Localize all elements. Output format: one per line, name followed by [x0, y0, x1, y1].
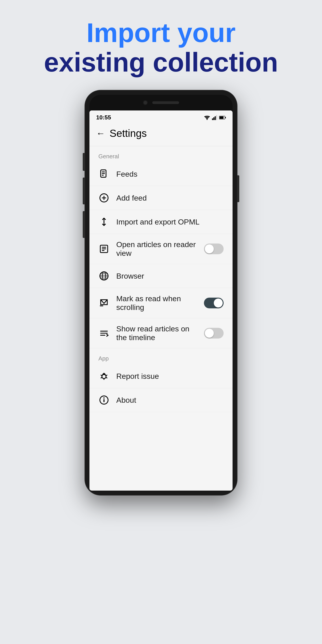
label-mark-read: Mark as read when scrolling	[116, 294, 197, 312]
svg-rect-3	[215, 116, 216, 120]
settings-item-feeds[interactable]: Feeds	[90, 162, 232, 186]
vol-down-button	[83, 178, 84, 204]
settings-item-report-issue[interactable]: Report issue	[90, 364, 232, 388]
settings-item-reader-view[interactable]: Open articles on reader view	[90, 234, 232, 264]
label-report-issue: Report issue	[116, 372, 224, 380]
settings-item-about[interactable]: About	[90, 388, 232, 412]
battery-icon	[219, 116, 226, 120]
settings-item-mark-read[interactable]: Mark as read when scrolling	[90, 288, 232, 318]
toggle-mark-read[interactable]	[204, 298, 224, 308]
signal-icon	[212, 115, 217, 120]
svg-point-0	[206, 119, 208, 120]
label-feeds: Feeds	[116, 170, 224, 178]
phone-notch	[90, 95, 232, 110]
svg-line-33	[100, 378, 102, 378]
settings-item-show-read[interactable]: Show read articles on the timeline	[90, 318, 232, 348]
hero-line2: existing collection	[44, 48, 278, 77]
svg-line-35	[106, 378, 107, 378]
toggle-show-read[interactable]	[204, 328, 224, 338]
section-label-general: General	[90, 146, 232, 162]
toggle-knob-mark-read	[214, 298, 223, 308]
back-button[interactable]: ←	[96, 129, 105, 138]
speaker-notch	[152, 101, 179, 104]
settings-list: General Feeds Add feed Import and export…	[90, 146, 232, 412]
svg-rect-7	[220, 116, 224, 119]
label-browser: Browser	[116, 272, 224, 280]
wifi-icon	[204, 115, 210, 120]
svg-rect-4	[216, 115, 217, 120]
hero-line1: Import your	[44, 18, 278, 48]
vol-up-button	[83, 153, 84, 171]
status-icons	[204, 115, 226, 120]
reader-icon	[98, 243, 110, 254]
camera-notch	[143, 100, 148, 105]
settings-title: Settings	[110, 127, 147, 139]
label-show-read: Show read articles on the timeline	[116, 324, 197, 342]
import-export-icon	[98, 216, 110, 228]
info-icon	[98, 394, 110, 406]
svg-line-32	[100, 375, 102, 376]
app-bar: ← Settings	[90, 123, 232, 146]
label-import-export: Import and export OPML	[116, 218, 224, 226]
power-button	[83, 211, 84, 238]
svg-point-30	[102, 374, 106, 378]
phone-mockup: 10:55	[85, 90, 237, 495]
svg-line-34	[106, 375, 107, 376]
label-reader-view: Open articles on reader view	[116, 240, 197, 258]
label-add-feed: Add feed	[116, 194, 224, 202]
settings-item-browser[interactable]: Browser	[90, 264, 232, 288]
label-about: About	[116, 396, 224, 404]
section-label-app: App	[90, 348, 232, 364]
toggle-knob-show-read	[205, 329, 214, 338]
svg-rect-2	[213, 117, 214, 120]
toggle-reader-view[interactable]	[204, 244, 224, 254]
bug-icon	[98, 370, 110, 382]
toggle-knob-reader-view	[205, 244, 214, 253]
svg-rect-1	[212, 118, 213, 120]
mark-read-icon	[98, 298, 110, 308]
svg-point-39	[103, 397, 105, 399]
settings-item-add-feed[interactable]: Add feed	[90, 186, 232, 210]
add-circle-icon	[98, 192, 110, 204]
settings-item-import-export[interactable]: Import and export OPML	[90, 210, 232, 234]
phone-screen: 10:55	[90, 110, 232, 490]
globe-icon	[98, 270, 110, 282]
status-time: 10:55	[96, 114, 111, 121]
document-icon	[98, 168, 110, 180]
timeline-icon	[98, 328, 110, 339]
hero-section: Import your existing collection	[44, 18, 278, 77]
svg-rect-6	[225, 117, 226, 118]
status-bar: 10:55	[90, 110, 232, 123]
